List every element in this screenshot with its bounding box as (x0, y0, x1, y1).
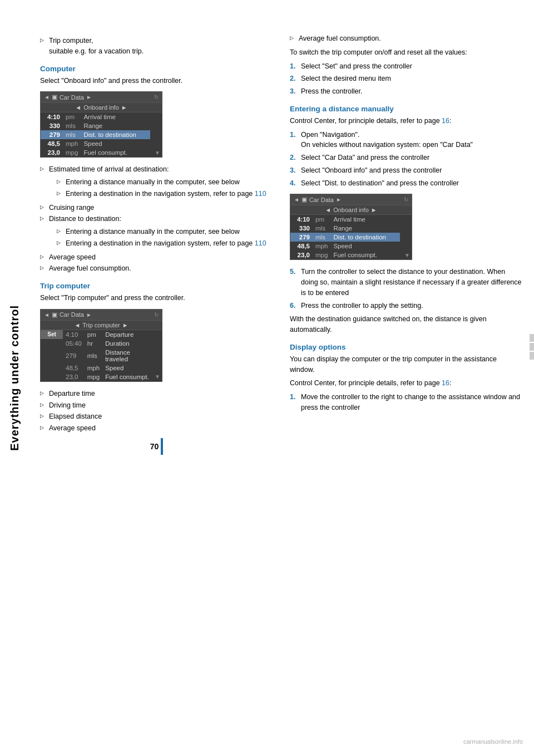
cell-value: 4:10 (63, 330, 85, 339)
cell-label: Speed (102, 364, 152, 372)
step-4: 4.Select "Dist. to destination" and pres… (290, 178, 523, 189)
step-1: 1.Open "Navigation".On vehicles without … (290, 130, 523, 151)
table-row: 23,0 mpg Fuel consumpt. ▼ (290, 251, 412, 259)
trip-computer-intro: Select "Trip computer" and press the con… (40, 293, 273, 303)
right-widget-sub-header: ◄ Onboard info ► (290, 205, 412, 215)
cell-unit: mls (85, 348, 102, 364)
right-widget-corner: ↻ (404, 197, 408, 203)
cell-label: Duration (102, 339, 152, 348)
sub-bullet-entering-destination: Entering a destination in the navigation… (57, 189, 273, 199)
cell-unit: pm (85, 330, 102, 339)
trip-widget-sub-header: ◄ Trip computer ► (41, 321, 162, 330)
switch-step-3: 3.Press the controller. (290, 86, 523, 97)
cell-label: Dist. to destination (330, 233, 399, 242)
sidebar-title: Everything under control (8, 305, 21, 451)
table-row-highlighted: 279 mls Dist. to destination (290, 233, 412, 242)
widget1-sub-header: ◄ Onboard info ► (41, 103, 162, 112)
table-row: 23,0 mpg Fuel consumpt. ▼ (41, 148, 162, 157)
auto-text: With the destination guidance switched o… (290, 314, 523, 335)
right-widget-table: 4:10 pm Arrival time 330 mls Range 279 m… (290, 215, 412, 259)
cell-value: 279 (290, 233, 313, 242)
table-row: 330 mls Range (41, 121, 162, 130)
ref-16-2[interactable]: 16 (442, 379, 449, 387)
intro-bullet-item: Trip computer,suitable e.g. for a vacati… (40, 36, 273, 57)
cell-unit: mpg (85, 372, 102, 381)
right-widget-header: ◄ ▣ Car Data ► ↻ (290, 194, 412, 205)
cell-value: 330 (290, 224, 313, 233)
right-car-data-widget: ◄ ▣ Car Data ► ↻ ◄ Onboard info ► 4:10 p… (290, 194, 412, 260)
cell-value: 4:10 (41, 112, 63, 121)
switch-step-1: 1.Select "Set" and press the controller (290, 61, 523, 72)
continued-steps: 5.Turn the controller to select the dist… (290, 267, 523, 311)
trip-widget-header-label: Car Data (60, 311, 84, 318)
bullet-average-speed: Average speed (40, 423, 273, 434)
side-mark-1 (530, 334, 534, 342)
bullet-cruising-range: Cruising range (40, 203, 273, 213)
table-row: 48,5 mph Speed (290, 242, 412, 251)
cell-label: Range (81, 121, 150, 130)
widget1-header-label: Car Data (60, 94, 84, 101)
bullet-avg-fuel: Average fuel consumption. (290, 33, 523, 44)
cell-unit: mpg (313, 251, 330, 259)
cell-unit: mpg (63, 148, 81, 157)
cell-value: 330 (41, 121, 63, 130)
trip-computer-heading: Trip computer (40, 282, 273, 290)
bullet-elapsed-distance: Elapsed distance (40, 411, 273, 422)
cell-unit: mls (313, 233, 330, 242)
ref-110-2[interactable]: 110 (255, 239, 266, 247)
cell-value: 48,5 (63, 364, 85, 372)
trip-widget-sub-left: ◄ (74, 322, 80, 328)
side-mark-3 (530, 352, 534, 360)
cell-label: Fuel consumpt. (330, 251, 399, 259)
cell-label: Speed (81, 139, 150, 148)
sidebar: Everything under control (0, 0, 29, 756)
cell-unit: mph (313, 242, 330, 251)
intro-bullet-list: Trip computer,suitable e.g. for a vacati… (40, 36, 273, 57)
table-row: 330 mls Range (290, 224, 412, 233)
trip-widget-right-arrow: ► (86, 312, 92, 318)
trip-widget-left-arrow: ◄ (44, 312, 50, 318)
sub-bullet-list-distance: Entering a distance manually in the comp… (57, 227, 273, 249)
right-column: Average fuel consumption. To switch the … (290, 33, 523, 455)
cell-empty (41, 348, 63, 364)
step-6: 6.Press the controller to apply the sett… (290, 301, 523, 311)
ref-16-1[interactable]: 16 (442, 117, 449, 125)
cell-value: 23,0 (290, 251, 313, 259)
display-options-section: Display options You can display the comp… (290, 343, 523, 413)
cell-unit: mls (63, 130, 81, 139)
bullet-average-speed: Average speed (40, 252, 273, 263)
scroll-arrow: ▼ (150, 148, 162, 157)
cell-unit: mls (313, 224, 330, 233)
widget1-left-arrow: ◄ (44, 94, 50, 100)
trip-widget-sub-right: ► (122, 322, 128, 328)
cell-empty (41, 372, 63, 381)
scroll-arrow: ▼ (400, 251, 412, 259)
ref-110-1[interactable]: 110 (255, 190, 266, 198)
cell-unit: hr (85, 339, 102, 348)
table-row: 48,5 mph Speed (41, 139, 162, 148)
cell-label: Fuel consumpt. (81, 148, 150, 157)
bullet-distance-to-destination: Distance to destination: Entering a dist… (40, 214, 273, 248)
cell-unit: mls (63, 121, 81, 130)
table-row: Set 4:10 pm Departure (41, 330, 162, 339)
cell-label: Arrival time (330, 215, 399, 224)
trip-computer-bullets: Departure time Driving time Elapsed dist… (40, 389, 273, 434)
entering-distance-steps: 1.Open "Navigation".On vehicles without … (290, 130, 523, 189)
sub-bullet-list-arrival: Entering a distance manually in the comp… (57, 177, 273, 199)
cell-unit: mph (63, 139, 81, 148)
trip-computer-section: Trip computer Select "Trip computer" and… (40, 282, 273, 434)
page-number-area: 70 (40, 438, 273, 455)
switch-step-2: 2.Select the desired menu item (290, 73, 523, 84)
cell-label: Arrival time (81, 112, 150, 121)
table-row: 4:10 pm Arrival time (41, 112, 162, 121)
trip-widget-corner: ↻ (154, 312, 159, 318)
switch-steps-list: 1.Select "Set" and press the controller … (290, 61, 523, 97)
side-mark-2 (530, 343, 534, 351)
side-marks (530, 334, 534, 360)
trip-widget-sub-label: Trip computer (82, 322, 120, 328)
step-3: 3.Select "Onboard info" and press the co… (290, 165, 523, 176)
left-column: Trip computer,suitable e.g. for a vacati… (40, 33, 273, 455)
sub-bullet-entering-destination-2: Entering a destination in the navigation… (57, 238, 273, 249)
computer-heading: Computer (40, 65, 273, 73)
display-options-text2: Control Center, for principle details, r… (290, 378, 523, 389)
